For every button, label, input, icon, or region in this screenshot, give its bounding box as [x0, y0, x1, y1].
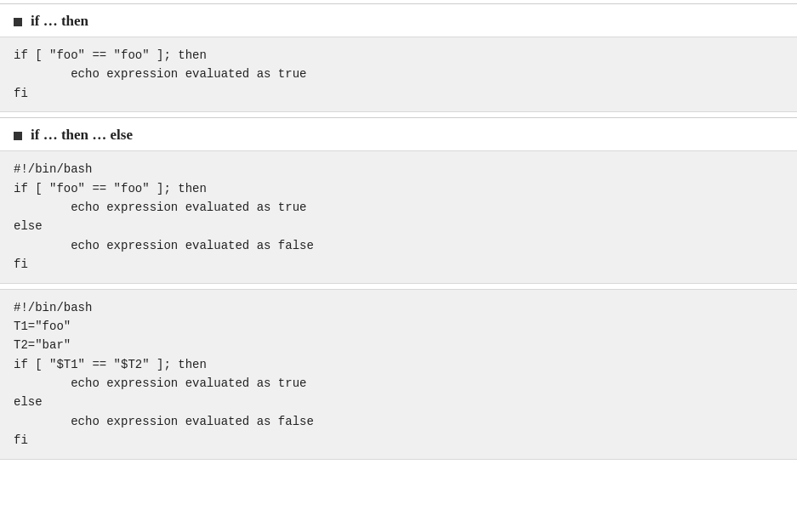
- code-block-if-then-else-0: #!/bin/bash if [ "foo" == "foo" ]; then …: [0, 150, 797, 283]
- section-header-if-then-else: if … then … else: [0, 117, 797, 150]
- section-title: if … then … else: [31, 127, 133, 144]
- page-wrapper: if … thenif [ "foo" == "foo" ]; then ech…: [0, 0, 797, 460]
- code-block-if-then-else-1: #!/bin/bash T1="foo" T2="bar" if [ "$T1"…: [0, 289, 797, 460]
- bullet-icon: [14, 18, 22, 26]
- section-header-if-then: if … then: [0, 3, 797, 37]
- section-title: if … then: [31, 13, 88, 30]
- code-block-if-then-0: if [ "foo" == "foo" ]; then echo express…: [0, 37, 797, 112]
- bullet-icon: [14, 132, 22, 140]
